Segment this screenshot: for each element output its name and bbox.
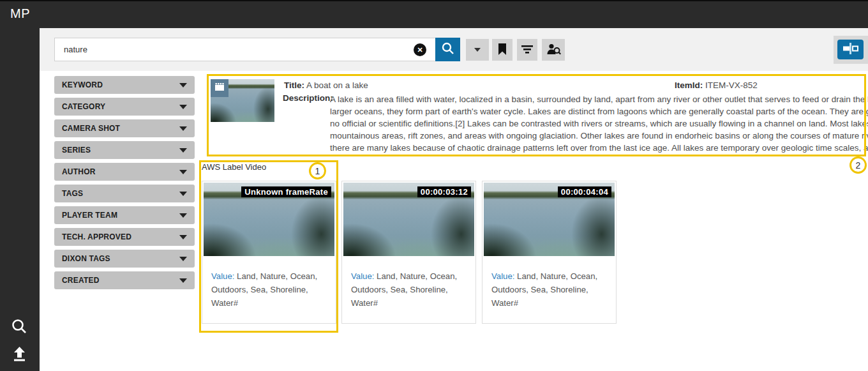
title-label: Title: — [284, 80, 304, 90]
detail-itemid: ItemId: ITEM-VX-852 — [675, 80, 758, 90]
video-thumbnail[interactable]: 00:00:04:04 — [484, 183, 615, 256]
video-card[interactable]: 00:00:04:04 Value: Land, Nature, Ocean, … — [482, 181, 617, 324]
label-values: Value: Land, Nature, Ocean, Outdoors, Se… — [211, 269, 329, 310]
value-label[interactable]: Value: — [211, 271, 234, 281]
chevron-down-icon — [179, 213, 187, 218]
chevron-down-icon — [179, 126, 187, 131]
search-icon[interactable] — [11, 318, 28, 338]
filter-player-team[interactable]: PLAYER TEAM — [54, 206, 195, 224]
chevron-down-icon — [179, 235, 187, 239]
filter-dixon-tags[interactable]: DIXON TAGS — [54, 250, 195, 268]
detail-title: Title: A boat on a lake — [284, 80, 368, 90]
description-label: Description: — [283, 93, 333, 103]
filter-created[interactable]: CREATED — [54, 271, 195, 289]
video-card[interactable]: Unknown frameRate Value: Land, Nature, O… — [202, 181, 336, 324]
search-options-dropdown[interactable] — [466, 39, 489, 61]
filter-category[interactable]: CATEGORY — [54, 98, 195, 116]
itemid-label: ItemId: — [675, 80, 703, 90]
app-logo[interactable]: MP — [10, 6, 30, 21]
video-card[interactable]: 00:00:03:12 Value: Land, Nature, Ocean, … — [341, 181, 476, 324]
view-toggle-button[interactable] — [837, 40, 864, 59]
timecode-badge: 00:00:04:04 — [558, 186, 611, 197]
video-thumbnail[interactable]: Unknown frameRate — [204, 183, 334, 256]
filter-tags[interactable]: TAGS — [54, 185, 195, 202]
filter-button[interactable] — [517, 39, 537, 61]
value-label[interactable]: Value: — [491, 271, 514, 281]
filter-tech-approved[interactable]: TECH. APPROVED — [54, 228, 195, 246]
timecode-badge: Unknown frameRate — [241, 186, 331, 197]
chevron-down-icon — [179, 148, 187, 153]
itemid-value: ITEM-VX-852 — [705, 80, 758, 90]
upload-icon[interactable] — [11, 345, 28, 365]
bookmark-icon — [497, 43, 507, 57]
chevron-down-icon — [179, 83, 187, 87]
search-input[interactable] — [54, 38, 436, 61]
person-search-icon — [546, 43, 561, 57]
top-bar — [0, 0, 868, 28]
search-icon — [441, 42, 455, 57]
film-icon — [214, 82, 225, 94]
result-group-label: AWS Label Video — [202, 162, 266, 172]
chevron-down-icon — [474, 48, 481, 52]
filter-camera-shot[interactable]: CAMERA SHOT — [54, 119, 195, 137]
filter-keyword[interactable]: KEYWORD — [54, 76, 195, 94]
bookmark-button[interactable] — [492, 39, 513, 61]
video-thumbnail[interactable]: 00:00:03:12 — [343, 183, 474, 256]
video-type-badge — [211, 79, 228, 97]
clear-icon[interactable]: ✕ — [414, 43, 426, 56]
chevron-down-icon — [179, 257, 187, 261]
filter-lines-icon — [521, 44, 534, 56]
person-search-button[interactable] — [542, 39, 565, 61]
chevron-down-icon — [179, 105, 187, 109]
chevron-down-icon — [179, 192, 187, 196]
title-value: A boat on a lake — [306, 80, 368, 90]
chevron-down-icon — [179, 170, 187, 174]
filter-author[interactable]: AUTHOR — [54, 163, 195, 181]
timecode-badge: 00:00:03:12 — [417, 186, 471, 197]
label-values: Value: Land, Nature, Ocean, Outdoors, Se… — [491, 269, 610, 310]
value-label[interactable]: Value: — [351, 271, 374, 281]
filter-series[interactable]: SERIES — [54, 141, 195, 159]
search-button[interactable] — [435, 38, 460, 61]
chevron-down-icon — [179, 278, 187, 283]
split-view-icon — [842, 43, 859, 56]
label-values: Value: Land, Nature, Ocean, Outdoors, Se… — [351, 269, 469, 310]
description-text: A lake is an area filled with water, loc… — [330, 93, 868, 154]
